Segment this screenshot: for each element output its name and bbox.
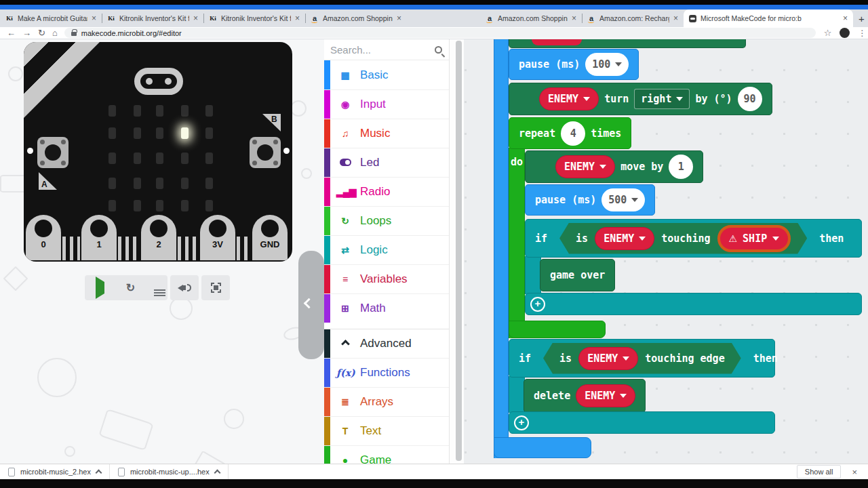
chevron-up-icon[interactable] <box>214 470 220 476</box>
if-block-bottom[interactable] <box>509 411 775 434</box>
partial-sprite-block[interactable] <box>509 39 746 48</box>
browser-tab-2[interactable]: KiKitronik Inventor's Kit for the BB× <box>203 9 305 27</box>
repeat-block-arm[interactable] <box>509 148 525 338</box>
led[interactable] <box>205 127 213 139</box>
pause-block[interactable]: pause (ms) 100 <box>509 49 639 80</box>
led[interactable] <box>134 200 141 211</box>
direction-dropdown[interactable]: right <box>634 89 690 109</box>
add-else-button[interactable] <box>530 297 545 312</box>
browser-tab-3[interactable]: aAmazon.com Shopping Cart× <box>305 9 407 27</box>
browser-tab-6[interactable]: Microsoft MakeCode for micro:b× <box>684 9 853 27</box>
led[interactable] <box>156 127 163 139</box>
led[interactable] <box>156 200 163 211</box>
led[interactable] <box>156 152 163 164</box>
pause-block[interactable]: pause (ms) 500 <box>525 184 655 216</box>
sidebar-item-advanced[interactable]: Advanced <box>324 329 449 358</box>
browser-tab-0[interactable]: KiMake A microbit Guitar With The× <box>0 9 102 27</box>
led[interactable] <box>181 105 189 117</box>
scrollbar[interactable] <box>456 41 462 461</box>
browser-tab-5[interactable]: aAmazon.com: Rechargeable Wire× <box>582 9 684 27</box>
pin-0[interactable]: 0 <box>26 215 61 260</box>
add-else-button[interactable] <box>514 415 529 430</box>
tab-close-icon[interactable]: × <box>673 14 678 23</box>
sidebar-item-math[interactable]: ⊞Math <box>324 293 449 323</box>
sidebar-item-input[interactable]: ◉Input <box>324 89 449 119</box>
led[interactable] <box>108 178 116 189</box>
simulator-collapse-handle[interactable] <box>298 251 324 359</box>
sprite-dropdown[interactable]: ENEMY <box>576 384 635 407</box>
sprite-dropdown[interactable]: ENEMY <box>555 155 615 178</box>
home-icon[interactable]: ⌂ <box>52 28 58 37</box>
move-value[interactable]: 1 <box>669 155 693 179</box>
led[interactable] <box>134 105 141 117</box>
led[interactable] <box>108 152 116 164</box>
pin-2[interactable]: 2 <box>141 215 176 260</box>
forward-icon[interactable]: → <box>22 28 31 37</box>
tab-close-icon[interactable]: × <box>843 14 848 23</box>
led[interactable] <box>134 178 141 189</box>
sound-button[interactable] <box>170 275 199 300</box>
tab-close-icon[interactable]: × <box>193 14 198 23</box>
partial-sprite-dropdown[interactable] <box>532 39 582 45</box>
pin-3V[interactable]: 3V <box>200 215 235 260</box>
tab-close-icon[interactable]: × <box>92 14 96 23</box>
if-block-spine[interactable] <box>509 376 525 413</box>
ship-dropdown-warning[interactable]: SHIP <box>717 225 791 252</box>
sidebar-item-functions[interactable]: ƒ(x)Functions <box>324 358 449 387</box>
restart-button[interactable]: ↻ <box>126 281 135 294</box>
profile-avatar[interactable] <box>840 28 850 38</box>
board-logo-oval[interactable] <box>134 68 183 95</box>
show-all-button[interactable]: Show all <box>797 465 842 479</box>
sidebar-item-arrays[interactable]: ≣Arrays <box>324 387 449 416</box>
minimize-button[interactable]: – <box>865 9 868 27</box>
toolbox-search[interactable]: Search... <box>324 39 449 60</box>
sprite-move-block[interactable]: ENEMY move by 1 <box>525 150 703 183</box>
sprite-turn-block[interactable]: ENEMY turn right by (°) 90 <box>509 83 772 115</box>
led[interactable] <box>181 178 189 189</box>
browser-tab-4[interactable]: aAmazon.com Shopping Cart× <box>480 9 582 27</box>
sprite-dropdown[interactable]: ENEMY <box>539 87 599 110</box>
led[interactable] <box>181 200 189 211</box>
led[interactable] <box>134 152 141 164</box>
game-over-block[interactable]: game over <box>540 259 615 291</box>
sidebar-item-led[interactable]: Led <box>324 148 449 177</box>
if-block-spine[interactable] <box>525 256 541 294</box>
sidebar-item-music[interactable]: ♫Music <box>324 119 449 148</box>
sidebar-item-game[interactable]: ●Game <box>324 445 449 464</box>
repeat-block-bottom[interactable] <box>509 321 606 338</box>
led[interactable] <box>156 178 163 189</box>
chevron-up-icon[interactable] <box>95 470 102 476</box>
back-icon[interactable]: ← <box>7 28 16 37</box>
led[interactable] <box>205 152 213 164</box>
delete-sprite-block[interactable]: delete ENEMY <box>524 379 646 413</box>
degrees-value[interactable]: 90 <box>738 87 762 111</box>
sidebar-item-loops[interactable]: ↻Loops <box>324 206 449 235</box>
touching-edge-condition[interactable]: is ENEMY touching edge <box>543 343 741 374</box>
tab-close-icon[interactable]: × <box>295 14 300 23</box>
download-item[interactable]: microbit-music_2.hex <box>0 464 110 479</box>
sidebar-item-radio[interactable]: ▂▄▆Radio <box>324 177 449 206</box>
sidebar-item-text[interactable]: TText <box>324 416 449 445</box>
sidebar-item-basic[interactable]: ▦Basic <box>324 60 449 89</box>
sim-button-b[interactable] <box>250 137 281 168</box>
led-lit[interactable] <box>181 127 189 139</box>
pause-value-dropdown[interactable]: 100 <box>585 53 629 76</box>
led[interactable] <box>205 178 213 189</box>
play-button[interactable] <box>96 282 104 294</box>
sprite-dropdown[interactable]: ENEMY <box>578 347 638 370</box>
led[interactable] <box>134 127 141 139</box>
repeat-count-value[interactable]: 4 <box>561 121 585 146</box>
pin-1[interactable]: 1 <box>81 215 117 260</box>
url-text[interactable]: makecode.microbit.org/#editor <box>81 29 182 37</box>
led[interactable] <box>108 200 116 211</box>
tab-close-icon[interactable]: × <box>572 14 576 23</box>
sidebar-item-variables[interactable]: ≡Variables <box>324 264 449 293</box>
led[interactable] <box>108 105 116 117</box>
led[interactable] <box>205 105 213 117</box>
block-workspace[interactable]: pause (ms) 100 ENEMY turn right by (°) 9… <box>464 39 868 464</box>
reload-icon[interactable]: ↻ <box>38 28 45 37</box>
led[interactable] <box>181 152 189 164</box>
tab-close-icon[interactable]: × <box>397 14 401 23</box>
if-block-bottom[interactable] <box>525 293 862 315</box>
sprite-dropdown[interactable]: ENEMY <box>595 227 654 250</box>
